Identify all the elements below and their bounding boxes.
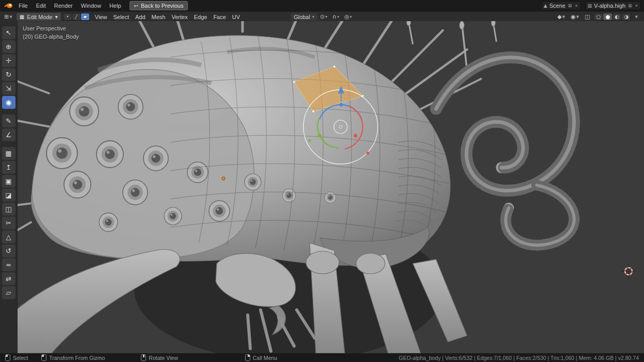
shading-material-icon: ◐ xyxy=(615,14,620,20)
chevron-down-icon: ▾ xyxy=(312,14,314,19)
tool-knife[interactable]: ✂ xyxy=(2,217,15,229)
proportional-editing-toggle[interactable]: ◎ ▾ xyxy=(342,13,355,20)
pivot-point-dropdown[interactable]: ⊙ ▾ xyxy=(317,13,330,20)
tool-annotate[interactable]: ✎ xyxy=(2,114,15,127)
tool-edge-slide[interactable]: ⇄ xyxy=(2,272,15,285)
tool-3d-cursor[interactable]: ⊕ xyxy=(2,40,15,53)
hint-call-menu: Call Menu xyxy=(245,354,277,361)
hint-select-label: Select xyxy=(13,355,28,361)
pivot-point-icon: ⊙ xyxy=(320,13,325,20)
overlays-icon: ◉ xyxy=(571,13,576,20)
new-view-layer-icon[interactable]: ⊞ xyxy=(627,3,633,8)
menu-vertex[interactable]: Vertex xyxy=(168,14,190,20)
tool-rotate[interactable]: ↻ xyxy=(2,68,15,81)
tool-bevel[interactable]: ◪ xyxy=(2,189,15,202)
viewport-header: ⊞ ▾ ▦ Edit Mode ▾ • ╱ ▰ View Select Add … xyxy=(0,11,644,22)
menu-face[interactable]: Face xyxy=(210,14,229,20)
chevron-down-icon: ▾ xyxy=(635,13,638,20)
back-to-previous-button[interactable]: ↩ Back to Previous xyxy=(130,1,188,10)
menu-edge[interactable]: Edge xyxy=(191,14,211,20)
chevron-down-icon: ▾ xyxy=(325,14,327,19)
mouse-left-icon xyxy=(5,354,10,361)
new-scene-icon[interactable]: ⊞ xyxy=(568,3,573,8)
hint-rotate-view: Rotate View xyxy=(141,354,178,361)
blender-window: File Edit Render Window Help ↩ Back to P… xyxy=(0,0,644,362)
back-arrow-icon: ↩ xyxy=(134,3,138,9)
scene-icon: ▲ xyxy=(544,3,548,8)
menu-help[interactable]: Help xyxy=(105,0,125,11)
shading-dropdown[interactable]: ▾ xyxy=(633,13,640,20)
mode-label: Edit Mode xyxy=(27,14,53,20)
menu-file[interactable]: File xyxy=(14,0,32,11)
tool-inset-faces[interactable]: ▣ xyxy=(2,175,15,188)
scene-statistics: GEO-alpha_body | Verts:6/532 | Edges:7/1… xyxy=(399,355,639,361)
snap-magnet-icon: ∩ xyxy=(332,13,336,20)
hint-transform-from-gizmo: Transform From Gizmo xyxy=(41,354,105,361)
chevron-down-icon: ▾ xyxy=(576,13,579,20)
menu-mesh[interactable]: Mesh xyxy=(149,14,169,20)
menu-uv[interactable]: UV xyxy=(229,14,243,20)
shading-wireframe-icon: ○ xyxy=(597,14,601,20)
vertex-select-button[interactable]: • xyxy=(63,13,72,20)
edge-select-button[interactable]: ╱ xyxy=(72,13,81,20)
blender-logo-icon[interactable] xyxy=(3,2,13,9)
topbar: File Edit Render Window Help ↩ Back to P… xyxy=(0,0,644,11)
menu-render[interactable]: Render xyxy=(50,0,77,11)
tool-select-box[interactable]: ↖ xyxy=(2,26,15,39)
overlays-dropdown[interactable]: ◉ ▾ xyxy=(569,13,581,20)
transform-orientation-dropdown[interactable]: Global ▾ xyxy=(291,13,317,21)
shading-material-button[interactable]: ◐ xyxy=(613,13,621,20)
3d-viewport[interactable] xyxy=(0,21,644,353)
menu-add[interactable]: Add xyxy=(132,14,149,20)
orientation-label: Global xyxy=(294,14,310,20)
edit-mode-icon: ▦ xyxy=(20,14,24,20)
gizmos-dropdown[interactable]: ◆ ▾ xyxy=(555,13,567,20)
shading-rendered-button[interactable]: ◑ xyxy=(622,13,631,20)
chevron-down-icon: ▾ xyxy=(350,14,352,19)
perspective-label: User Perspective xyxy=(23,24,79,32)
chevron-down-icon: ▾ xyxy=(337,14,339,19)
editor-type-icon: ⊞ xyxy=(4,13,9,20)
tool-spin[interactable]: ↺ xyxy=(2,244,15,257)
tool-scale[interactable]: ⇲ xyxy=(2,82,15,95)
tool-transform[interactable]: ◉ xyxy=(2,96,15,109)
menu-view[interactable]: View xyxy=(92,14,110,20)
unlink-scene-icon[interactable]: × xyxy=(574,3,578,8)
tool-measure[interactable]: ∠ xyxy=(2,128,15,141)
scene-name: Scene xyxy=(549,3,565,9)
viewport-options-cluster: ◆ ▾ ◉ ▾ ◫ ○ ● ◐ ◑ ▾ xyxy=(555,13,642,21)
tool-shear[interactable]: ▱ xyxy=(2,286,15,299)
shading-wireframe-button[interactable]: ○ xyxy=(594,13,603,20)
mouse-middle-icon xyxy=(141,354,146,361)
scene-selector[interactable]: ▲ Scene ⊞ × xyxy=(541,1,581,10)
shading-solid-button[interactable]: ● xyxy=(603,13,612,20)
hint-transform-label: Transform From Gizmo xyxy=(49,355,105,361)
menu-window[interactable]: Window xyxy=(77,0,105,11)
xray-toggle[interactable]: ◫ xyxy=(583,13,592,20)
menu-edit[interactable]: Edit xyxy=(32,0,50,11)
shading-solid-icon: ● xyxy=(606,14,610,20)
snap-toggle[interactable]: ∩ ▾ xyxy=(330,13,342,20)
face-select-button[interactable]: ▰ xyxy=(81,13,89,20)
shading-mode-group: ○ ● ◐ ◑ xyxy=(593,13,631,21)
view-layer-selector[interactable]: ▤ V-alpha.high ⊞ × xyxy=(585,1,641,10)
tool-move[interactable]: ✛ xyxy=(2,54,15,67)
tool-loop-cut[interactable]: ◫ xyxy=(2,203,15,216)
select-mode-group: • ╱ ▰ xyxy=(63,13,90,21)
mode-dropdown[interactable]: ▦ Edit Mode ▾ xyxy=(17,13,61,21)
hint-select: Select xyxy=(5,354,28,361)
remove-view-layer-icon[interactable]: × xyxy=(635,3,638,8)
tool-extrude-region[interactable]: ↥ xyxy=(2,161,15,174)
tool-add-cube[interactable]: ▦ xyxy=(2,147,15,160)
tool-smooth[interactable]: ≈ xyxy=(2,258,15,271)
menu-select[interactable]: Select xyxy=(110,14,132,20)
chevron-down-icon: ▾ xyxy=(9,13,12,20)
view-layer-icon: ▤ xyxy=(588,3,592,8)
proportional-editing-icon: ◎ xyxy=(344,13,349,20)
editor-type-button[interactable]: ⊞ ▾ xyxy=(2,13,14,20)
chevron-down-icon: ▾ xyxy=(562,13,565,20)
xray-icon: ◫ xyxy=(585,13,590,20)
tool-shelf: ↖ ⊕ ✛ ↻ ⇲ ◉ ✎ ∠ ▦ ↥ ▣ ◪ ◫ ✂ △ ↺ ≈ ⇄ ▱ xyxy=(0,21,18,353)
object-origin-dot xyxy=(222,177,225,180)
tool-poly-build[interactable]: △ xyxy=(2,231,15,243)
